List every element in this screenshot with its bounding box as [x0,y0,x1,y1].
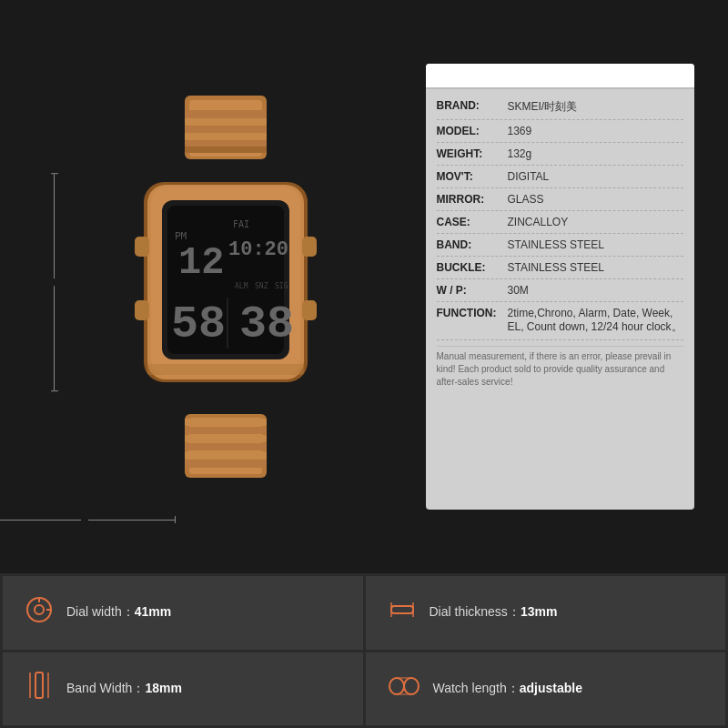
spec-text: Band Width：18mm [66,681,182,697]
info-value: 30M [508,284,683,297]
info-row: MODEL:1369 [437,120,683,143]
svg-rect-5 [185,125,267,133]
svg-rect-11 [185,427,267,434]
dimension-height [51,173,58,391]
spec-icon [25,595,54,631]
info-label: CASE: [437,216,508,228]
svg-rect-43 [35,672,43,698]
svg-rect-35 [147,364,304,375]
info-label: BUCKLE: [437,261,508,274]
info-value: GLASS [508,193,683,206]
svg-rect-7 [185,110,267,118]
svg-rect-14 [185,451,267,460]
info-label: MOV'T: [437,170,508,183]
dimension-width [0,516,176,523]
info-row: CASE:ZINCALLOY [437,211,683,234]
spec-value: adjustable [520,681,582,695]
svg-rect-22 [302,300,317,320]
svg-text:SIG: SIG [275,282,288,290]
info-row: BAND:STAINLESS STEEL [437,234,683,257]
svg-text:FAI: FAI [233,219,249,229]
svg-text:10:20: 10:20 [228,238,288,261]
info-label: FUNCTION: [437,307,508,319]
info-card-header [426,64,694,89]
svg-text:12: 12 [178,241,224,285]
svg-point-46 [389,678,404,694]
watch-image: PM 12 FAI 10:20 ALM SNZ SIG 58 38 [98,96,353,478]
info-row: MIRROR:GLASS [437,188,683,211]
info-label: BAND: [437,238,508,251]
svg-rect-12 [185,435,267,442]
info-value: STAINLESS STEEL [508,261,683,274]
info-value: STAINLESS STEEL [508,238,683,251]
info-value: 1369 [508,125,683,137]
spec-value: 41mm [135,604,171,619]
info-label: W / P: [437,284,508,297]
info-row: WEIGHT:132g [437,143,683,166]
svg-rect-13 [185,443,267,450]
info-label: MODEL: [437,125,508,137]
spec-item: Band Width：18mm [3,652,363,726]
svg-text:38: 38 [239,298,294,350]
info-row: BRAND:SKMEI/时刻美 [437,95,683,120]
info-row: W / P:30M [437,279,683,302]
info-value: SKMEI/时刻美 [508,99,683,115]
main-area: PM 12 FAI 10:20 ALM SNZ SIG 58 38 [0,0,728,573]
svg-rect-3 [185,139,267,147]
info-card-body: BRAND:SKMEI/时刻美MODEL:1369WEIGHT:132gMOV'… [426,89,694,396]
svg-rect-4 [185,132,267,140]
info-value: ZINCALLOY [508,216,683,228]
spec-item: Watch length：adjustable [366,652,726,726]
svg-point-47 [404,678,419,694]
spec-icon [388,674,420,703]
spec-item: Dial thickness：13mm [366,576,726,650]
svg-text:ALM: ALM [235,282,248,290]
svg-rect-10 [185,419,267,426]
info-value: 2time,Chrono, Alarm, Date, Week, EL, Cou… [508,307,683,335]
svg-rect-20 [135,300,149,320]
svg-rect-19 [135,237,149,257]
svg-point-37 [35,605,44,614]
svg-rect-6 [185,117,267,126]
svg-rect-2 [185,146,267,153]
watch-section: PM 12 FAI 10:20 ALM SNZ SIG 58 38 [35,23,417,551]
spec-value: 13mm [521,604,557,619]
info-note: Manual measurement, if there is an error… [437,346,683,389]
svg-rect-21 [302,237,317,257]
info-row: FUNCTION:2time,Chrono, Alarm, Date, Week… [437,302,683,340]
specs-bar: Dial width：41mm Dial thickness：13mm Band… [0,573,728,728]
spec-text: Watch length：adjustable [433,681,582,697]
spec-icon [25,671,54,706]
info-label: BRAND: [437,99,508,112]
spec-item: Dial width：41mm [3,576,363,650]
svg-rect-15 [185,460,267,468]
info-value: 132g [508,147,683,160]
spec-icon [388,595,417,631]
spec-text: Dial width：41mm [66,604,171,621]
info-label: WEIGHT: [437,147,508,160]
spec-text: Dial thickness：13mm [430,604,558,621]
info-card: BRAND:SKMEI/时刻美MODEL:1369WEIGHT:132gMOV'… [426,64,694,510]
svg-text:SNZ: SNZ [255,282,268,290]
svg-rect-40 [391,606,413,613]
info-row: BUCKLE:STAINLESS STEEL [437,257,683,279]
info-value: DIGITAL [508,170,683,183]
info-row: MOV'T:DIGITAL [437,166,683,188]
svg-text:58: 58 [171,298,226,350]
info-label: MIRROR: [437,193,508,206]
spec-value: 18mm [145,681,181,695]
